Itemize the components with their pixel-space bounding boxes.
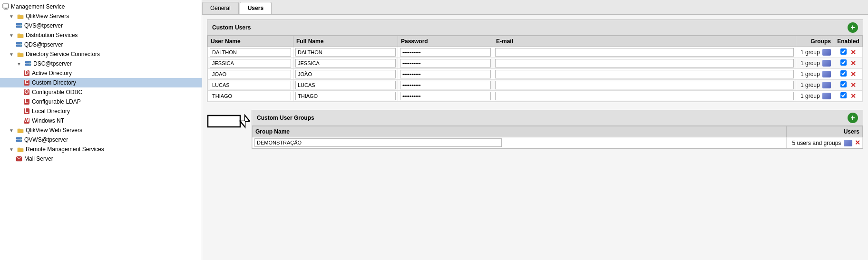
password-cell xyxy=(398,47,493,58)
sidebar-item-qvs-tpserver[interactable]: QVS@tpserver xyxy=(0,21,202,30)
col-header-fullname: Full Name xyxy=(293,36,398,47)
col-header-groupname: Group Name xyxy=(253,126,787,137)
sidebar-item-local-directory[interactable]: L Local Directory xyxy=(0,106,202,116)
manage-users-icon[interactable] xyxy=(844,140,852,146)
folder-open-icon xyxy=(17,145,24,153)
fullname-input[interactable] xyxy=(295,48,396,57)
group-name-cell xyxy=(253,137,787,148)
password-input[interactable] xyxy=(400,48,491,57)
enabled-cell: ✕ xyxy=(834,69,863,80)
add-user-button[interactable]: + xyxy=(848,22,858,33)
sidebar-item-management-service[interactable]: Management Service xyxy=(0,2,202,11)
manage-groups-icon[interactable] xyxy=(822,49,831,56)
sidebar-item-label: Remote Management Services xyxy=(26,146,104,153)
users-count-cell: 5 users and groups ✕ xyxy=(787,137,863,148)
username-input[interactable] xyxy=(210,92,291,100)
enabled-checkbox[interactable] xyxy=(840,70,847,77)
email-input[interactable] xyxy=(495,59,794,67)
manage-groups-icon[interactable] xyxy=(822,71,831,77)
groups-cell: 1 group xyxy=(796,80,834,91)
fullname-input[interactable] xyxy=(295,81,396,89)
table-row: 1 group ✕ xyxy=(208,47,863,58)
email-input[interactable] xyxy=(495,70,794,78)
sidebar-item-label: Active Directory xyxy=(32,70,72,77)
svg-point-13 xyxy=(29,62,30,63)
sidebar-item-remote-management-services[interactable]: ▼ Remote Management Services xyxy=(0,144,202,154)
sidebar-item-configurable-odbc[interactable]: O Configurable ODBC xyxy=(0,87,202,97)
delete-icon[interactable]: ✕ xyxy=(850,81,856,89)
expand-icon: ▼ xyxy=(15,60,23,67)
password-cell xyxy=(398,69,493,80)
username-input[interactable] xyxy=(210,81,291,89)
sidebar-item-dsc-tpserver[interactable]: ▼ DSC@tpserver xyxy=(0,59,202,68)
sidebar-item-label: DSC@tpserver xyxy=(33,60,72,67)
arrow-svg xyxy=(207,112,250,131)
password-input[interactable] xyxy=(400,92,491,100)
svg-text:C: C xyxy=(25,79,29,86)
fullname-input[interactable] xyxy=(295,70,396,78)
password-input[interactable] xyxy=(400,59,491,67)
manage-groups-icon[interactable] xyxy=(822,93,831,99)
col-header-username: User Name xyxy=(208,36,293,47)
enabled-checkbox[interactable] xyxy=(840,59,847,66)
groups-section-container: Custom User Groups + Group Name Users 5 … xyxy=(207,110,863,156)
full-name-cell xyxy=(293,47,398,58)
sidebar-item-qlikview-servers[interactable]: ▼ QlikView Servers xyxy=(0,11,202,21)
username-input[interactable] xyxy=(210,59,291,67)
folder-open-icon xyxy=(17,12,24,20)
custom-users-title: Custom Users xyxy=(212,24,251,31)
sidebar-item-directory-service-connectors[interactable]: ▼ Directory Service Connectors xyxy=(0,49,202,59)
add-group-button[interactable]: + xyxy=(848,113,858,123)
email-input[interactable] xyxy=(495,48,794,57)
delete-icon[interactable]: ✕ xyxy=(850,59,856,67)
delete-group-icon[interactable]: ✕ xyxy=(855,139,860,146)
manage-groups-icon[interactable] xyxy=(822,60,831,67)
email-input[interactable] xyxy=(495,92,794,100)
enabled-cell: ✕ xyxy=(834,91,863,102)
custom-users-header: Custom Users + xyxy=(207,20,863,36)
server-icon xyxy=(15,136,23,144)
enabled-checkbox[interactable] xyxy=(840,48,847,55)
sidebar-item-label: QlikView Web Servers xyxy=(26,127,82,134)
sidebar-item-custom-directory[interactable]: C Custom Directory xyxy=(0,78,202,87)
sidebar-item-distribution-services[interactable]: ▼ Distribution Services xyxy=(0,30,202,40)
sidebar-item-qlikview-web-servers[interactable]: ▼ QlikView Web Servers xyxy=(0,125,202,135)
sidebar-item-mail-server[interactable]: Mail Server xyxy=(0,154,202,164)
tab-general[interactable]: General xyxy=(202,2,239,14)
connector-icon: L xyxy=(23,107,30,115)
connector-icon: C xyxy=(23,79,30,87)
username-input[interactable] xyxy=(210,48,291,57)
users-panel: Custom Users + User Name Full Name Passw… xyxy=(202,15,868,260)
fullname-input[interactable] xyxy=(295,92,396,100)
delete-icon[interactable]: ✕ xyxy=(850,92,856,100)
username-input[interactable] xyxy=(210,70,291,78)
sidebar-item-active-directory[interactable]: D Active Directory xyxy=(0,68,202,78)
col-header-users: Users xyxy=(787,126,863,137)
full-name-cell xyxy=(293,80,398,91)
email-input[interactable] xyxy=(495,81,794,89)
sidebar-item-windows-nt[interactable]: W Windows NT xyxy=(0,116,202,125)
password-input[interactable] xyxy=(400,81,491,89)
custom-user-groups-section: Custom User Groups + Group Name Users 5 … xyxy=(252,110,863,149)
groupname-input[interactable] xyxy=(254,138,502,147)
delete-icon[interactable]: ✕ xyxy=(850,48,856,56)
server-icon xyxy=(24,60,32,67)
tab-bar: General Users xyxy=(202,0,868,15)
tab-users[interactable]: Users xyxy=(240,2,272,14)
groups-cell: 1 group xyxy=(796,69,834,80)
group-count: 1 group xyxy=(800,93,820,99)
email-cell xyxy=(493,58,796,69)
sidebar-item-qvws-tpserver[interactable]: QVWS@tpserver xyxy=(0,135,202,144)
groups-header-row: Group Name Users xyxy=(253,126,863,137)
fullname-input[interactable] xyxy=(295,59,396,67)
enabled-checkbox[interactable] xyxy=(840,81,847,87)
groups-cell: 1 group xyxy=(796,58,834,69)
manage-groups-icon[interactable] xyxy=(822,82,831,88)
sidebar-item-qds-tpserver[interactable]: QDS@tpserver xyxy=(0,40,202,49)
password-input[interactable] xyxy=(400,70,491,78)
folder-open-icon xyxy=(17,31,24,39)
sidebar-item-configurable-ldap[interactable]: L Configurable LDAP xyxy=(0,97,202,106)
user-name-cell xyxy=(208,69,293,80)
delete-icon[interactable]: ✕ xyxy=(850,70,856,78)
enabled-checkbox[interactable] xyxy=(840,92,847,98)
